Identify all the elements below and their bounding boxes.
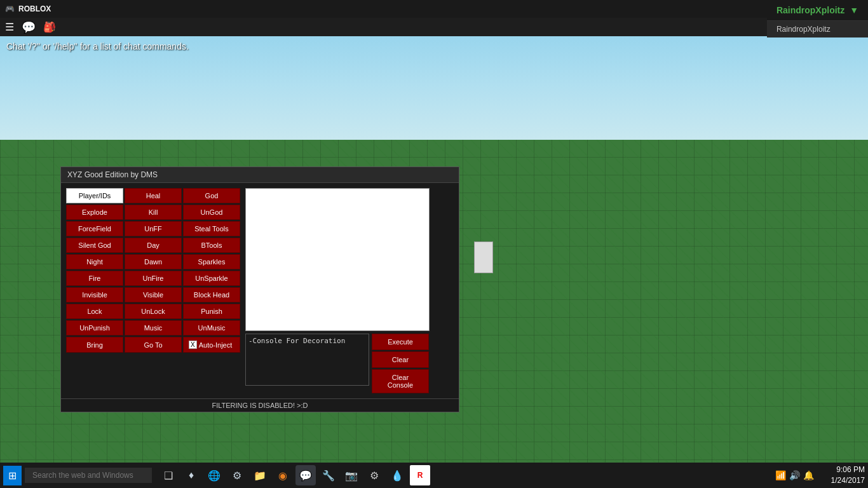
chat-icon[interactable]: 💬 [22, 20, 36, 34]
day-button[interactable]: Day [125, 238, 182, 253]
roblox-tb-icon[interactable]: R [410, 465, 430, 485]
top-right-panel: RaindropXploitz ▼ RaindropXploitz [767, 0, 868, 36]
volume-icon[interactable]: 🔊 [789, 470, 800, 480]
execute-button[interactable]: Execute [372, 334, 429, 350]
clear-console-button[interactable]: Clear Console [372, 369, 429, 393]
username-sub: RaindropXploitz [767, 21, 868, 37]
username-display: RaindropXploitz ▼ [767, 0, 868, 21]
block-head-button[interactable]: Block Head [183, 287, 240, 302]
action-buttons: Execute Clear Clear Console [372, 334, 429, 393]
clock[interactable]: 9:06 PM 1/24/2017 [831, 464, 865, 486]
steam-icon[interactable]: ♦ [181, 465, 201, 485]
unff-button[interactable]: UnFF [125, 221, 182, 236]
night-button[interactable]: Night [66, 254, 123, 269]
character [474, 241, 493, 273]
forcefield-button[interactable]: ForceField [66, 221, 123, 236]
right-section: -Console For Decoration Execute Clear Cl… [245, 188, 454, 393]
window-title: ROBLOX [18, 4, 51, 13]
lock-button[interactable]: Lock [66, 304, 123, 319]
button-row-7: Invisible Visible Block Head [66, 287, 240, 302]
clock-date: 1/24/2017 [831, 475, 865, 486]
panel-content: Player/IDs Heal God Explode Kill UnGod F… [61, 183, 459, 398]
unlock-button[interactable]: UnLock [125, 304, 182, 319]
goto-button[interactable]: Go To [125, 337, 182, 353]
unfire-button[interactable]: UnFire [125, 271, 182, 286]
filter-notice: FILTERING IS DISABLED! >:D [61, 398, 459, 412]
button-row-9: UnPunish Music UnMusic [66, 320, 240, 336]
god-button[interactable]: God [183, 188, 240, 203]
btools-button[interactable]: BTools [183, 238, 240, 253]
button-row-4: Silent God Day BTools [66, 238, 240, 253]
bring-button[interactable]: Bring [66, 337, 123, 353]
top-bar: 🎮 ROBLOX ─ □ ✕ ☰ 💬 🎒 RaindropXploitz ▼ R… [0, 0, 868, 36]
network-icon[interactable]: 📶 [775, 470, 786, 480]
heal-button[interactable]: Heal [125, 188, 182, 203]
system-tray: 📶 🔊 🔔 [775, 470, 814, 480]
invisible-button[interactable]: Invisible [66, 287, 123, 302]
punish-button[interactable]: Punish [183, 304, 240, 319]
player-ids-button[interactable]: Player/IDs [66, 188, 123, 203]
ungod-button[interactable]: UnGod [183, 205, 240, 220]
button-row-5: Night Dawn Sparkles [66, 254, 240, 269]
unsparkle-button[interactable]: UnSparkle [183, 271, 240, 286]
fire-button[interactable]: Fire [66, 271, 123, 286]
bag-icon[interactable]: 🎒 [43, 21, 56, 33]
console-textarea[interactable]: -Console For Decoration [245, 334, 369, 386]
unmusic-button[interactable]: UnMusic [183, 320, 240, 336]
sparkles-button[interactable]: Sparkles [183, 254, 240, 269]
button-row-3: ForceField UnFF Steal Tools [66, 221, 240, 236]
dawn-button[interactable]: Dawn [125, 254, 182, 269]
panel-title: XYZ Good Edition by DMS [61, 167, 459, 183]
button-row-2: Explode Kill UnGod [66, 205, 240, 220]
edge-icon[interactable]: 🌐 [204, 465, 224, 485]
notification-icon[interactable]: 🔔 [803, 470, 814, 480]
button-row-10: Bring Go To X Auto-Inject [66, 337, 240, 353]
taskbar-icons: ❑ ♦ 🌐 ⚙ 📁 ◉ 💬 🔧 📷 ⚙ 💧 R [158, 465, 430, 485]
button-row-8: Lock UnLock Punish [66, 304, 240, 319]
taskbar: ⊞ ❑ ♦ 🌐 ⚙ 📁 ◉ 💬 🔧 📷 ⚙ 💧 R 📶 🔊 🔔 9:06 PM … [0, 463, 868, 488]
button-row-6: Fire UnFire UnSparkle [66, 271, 240, 286]
panel-buttons: Player/IDs Heal God Explode Kill UnGod F… [66, 188, 240, 393]
task-view-icon[interactable]: ❑ [158, 465, 179, 485]
exploit-panel: XYZ Good Edition by DMS Player/IDs Heal … [60, 166, 459, 412]
roblox-logo-icon: 🎮 [5, 4, 15, 13]
search-input[interactable] [25, 468, 152, 483]
steal-tools-button[interactable]: Steal Tools [183, 221, 240, 236]
discord-icon[interactable]: 💬 [295, 465, 316, 485]
visible-button[interactable]: Visible [125, 287, 182, 302]
hamburger-icon[interactable]: ☰ [5, 21, 14, 33]
photo-icon[interactable]: 📷 [341, 465, 362, 485]
browser-icon[interactable]: ◉ [273, 465, 293, 485]
start-button[interactable]: ⊞ [3, 466, 22, 485]
auto-inject-button[interactable]: X Auto-Inject [183, 337, 240, 353]
output-area [245, 188, 430, 331]
water-icon[interactable]: 💧 [387, 465, 407, 485]
button-row-1: Player/IDs Heal God [66, 188, 240, 203]
clear-button[interactable]: Clear [372, 351, 429, 368]
folder-icon[interactable]: 📁 [250, 465, 270, 485]
bottom-section: -Console For Decoration Execute Clear Cl… [245, 334, 454, 393]
vs-icon[interactable]: 🔧 [318, 465, 339, 485]
steam-icon2[interactable]: ⚙ [227, 465, 247, 485]
kill-button[interactable]: Kill [125, 205, 182, 220]
explode-button[interactable]: Explode [66, 205, 123, 220]
clock-time: 9:06 PM [831, 464, 865, 475]
gear-icon[interactable]: ⚙ [364, 465, 384, 485]
silent-god-button[interactable]: Silent God [66, 238, 123, 253]
chat-hint: Chat '/?'' or '/help'' for a list of cha… [6, 41, 189, 51]
unpunish-button[interactable]: UnPunish [66, 320, 123, 336]
music-button[interactable]: Music [125, 320, 182, 336]
